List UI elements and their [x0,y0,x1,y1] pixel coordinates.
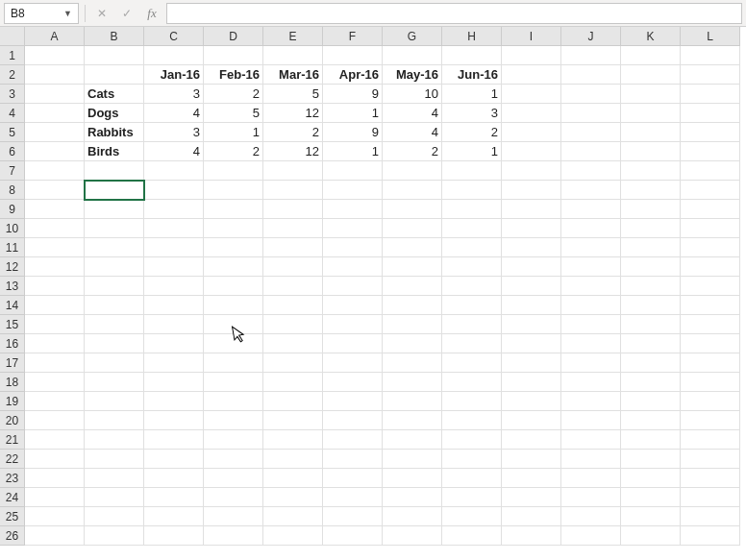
cell-F3[interactable]: 9 [323,85,383,104]
cell-L2[interactable] [681,65,740,85]
cell-D20[interactable] [204,411,263,430]
cell-A20[interactable] [25,411,85,430]
cell-K16[interactable] [621,334,681,353]
cell-K15[interactable] [621,315,681,334]
cell-I12[interactable] [502,257,561,277]
cell-A4[interactable] [25,104,85,123]
row-header-4[interactable]: 4 [0,104,25,123]
cell-K6[interactable] [621,142,681,161]
cell-C21[interactable] [144,430,204,450]
cell-K9[interactable] [621,200,681,219]
cell-B21[interactable] [85,430,144,450]
cell-I4[interactable] [502,104,561,123]
cell-F11[interactable] [323,238,383,257]
cell-D6[interactable]: 2 [204,142,263,161]
cell-L1[interactable] [681,46,740,65]
cell-J5[interactable] [561,123,621,142]
cell-H6[interactable]: 1 [442,142,502,161]
cell-D14[interactable] [204,296,263,315]
column-header-B[interactable]: B [85,27,144,46]
cell-J9[interactable] [561,200,621,219]
select-all-corner[interactable] [0,27,25,46]
cell-G2[interactable]: May-16 [383,65,442,85]
cell-F14[interactable] [323,296,383,315]
row-header-22[interactable]: 22 [0,450,25,469]
cell-G10[interactable] [383,219,442,238]
cell-I24[interactable] [502,488,561,507]
cell-B13[interactable] [85,277,144,296]
cell-J10[interactable] [561,219,621,238]
cell-G6[interactable]: 2 [383,142,442,161]
cell-G19[interactable] [383,392,442,411]
cell-B15[interactable] [85,315,144,334]
row-header-1[interactable]: 1 [0,46,25,65]
cell-C2[interactable]: Jan-16 [144,65,204,85]
cell-J21[interactable] [561,430,621,450]
cell-I16[interactable] [502,334,561,353]
cell-A6[interactable] [25,142,85,161]
cell-H20[interactable] [442,411,502,430]
cell-C1[interactable] [144,46,204,65]
cell-D13[interactable] [204,277,263,296]
cell-A22[interactable] [25,450,85,469]
cell-H11[interactable] [442,238,502,257]
cell-G8[interactable] [383,181,442,200]
cell-L4[interactable] [681,104,740,123]
cell-B1[interactable] [85,46,144,65]
cell-C25[interactable] [144,507,204,526]
cell-E9[interactable] [263,200,323,219]
cell-I23[interactable] [502,469,561,488]
row-header-26[interactable]: 26 [0,526,25,546]
cell-G26[interactable] [383,526,442,546]
cell-F23[interactable] [323,469,383,488]
row-header-19[interactable]: 19 [0,392,25,411]
cell-G1[interactable] [383,46,442,65]
row-header-14[interactable]: 14 [0,296,25,315]
cell-K2[interactable] [621,65,681,85]
cell-E19[interactable] [263,392,323,411]
cell-F21[interactable] [323,430,383,450]
cell-H2[interactable]: Jun-16 [442,65,502,85]
column-header-L[interactable]: L [681,27,740,46]
cell-L19[interactable] [681,392,740,411]
cell-G23[interactable] [383,469,442,488]
cell-J6[interactable] [561,142,621,161]
cell-B17[interactable] [85,353,144,373]
cell-L8[interactable] [681,181,740,200]
cell-H25[interactable] [442,507,502,526]
cell-D7[interactable] [204,161,263,181]
cell-G7[interactable] [383,161,442,181]
cell-B12[interactable] [85,257,144,277]
cell-E24[interactable] [263,488,323,507]
cell-J12[interactable] [561,257,621,277]
cell-H14[interactable] [442,296,502,315]
cell-A5[interactable] [25,123,85,142]
cell-D11[interactable] [204,238,263,257]
cell-E3[interactable]: 5 [263,85,323,104]
row-header-2[interactable]: 2 [0,65,25,85]
row-header-24[interactable]: 24 [0,488,25,507]
cell-C11[interactable] [144,238,204,257]
cell-B10[interactable] [85,219,144,238]
cell-I5[interactable] [502,123,561,142]
cell-G22[interactable] [383,450,442,469]
cell-A14[interactable] [25,296,85,315]
cell-J17[interactable] [561,353,621,373]
cell-I25[interactable] [502,507,561,526]
column-header-I[interactable]: I [502,27,561,46]
row-header-20[interactable]: 20 [0,411,25,430]
cell-K17[interactable] [621,353,681,373]
cell-G20[interactable] [383,411,442,430]
cell-D2[interactable]: Feb-16 [204,65,263,85]
cell-G13[interactable] [383,277,442,296]
cell-C12[interactable] [144,257,204,277]
cell-F22[interactable] [323,450,383,469]
cell-F25[interactable] [323,507,383,526]
cell-B18[interactable] [85,373,144,392]
cell-C18[interactable] [144,373,204,392]
cell-E7[interactable] [263,161,323,181]
cell-E17[interactable] [263,353,323,373]
cell-I19[interactable] [502,392,561,411]
row-header-21[interactable]: 21 [0,430,25,450]
cell-G21[interactable] [383,430,442,450]
